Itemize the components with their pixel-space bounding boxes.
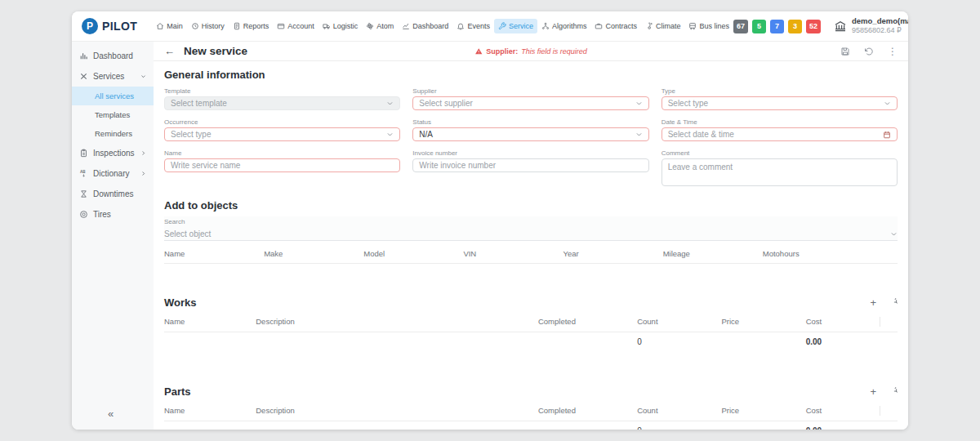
chevron-right-icon <box>140 169 146 178</box>
works-actions: + <box>870 297 898 308</box>
nav-item-history[interactable]: History <box>187 19 229 33</box>
badge-red[interactable]: 52 <box>806 20 821 33</box>
placeholder: Select type <box>668 99 708 108</box>
back-arrow-icon[interactable]: ← <box>164 46 175 56</box>
nav-label: Algorithms <box>552 22 587 30</box>
nav-label: Atom <box>376 22 394 30</box>
sidebar-collapse-button[interactable]: « <box>72 401 154 430</box>
card-icon <box>277 22 285 30</box>
nav-item-events[interactable]: Events <box>452 19 494 33</box>
field-label: Name <box>164 149 400 157</box>
parts-section-head: Parts + <box>164 385 898 398</box>
nav-item-logistic[interactable]: Logistic <box>318 19 363 33</box>
invoice-number-input[interactable]: Write invoice number <box>412 158 648 172</box>
sidebar-item-templates[interactable]: Templates <box>72 105 154 124</box>
section-title-general: General information <box>164 69 898 81</box>
bus-icon <box>688 22 697 30</box>
sidebar-label: Dictionary <box>93 169 129 178</box>
sidebar-item-services[interactable]: Services <box>72 66 154 87</box>
refresh-icon[interactable] <box>889 387 898 396</box>
parts-total-count: 0 <box>637 426 721 430</box>
clipboard-icon <box>79 149 88 158</box>
field-label: Invoice number <box>412 149 648 157</box>
nav-item-service[interactable]: Service <box>494 19 537 33</box>
occurrence-select[interactable]: Select type <box>164 127 400 141</box>
supplier-select[interactable]: Select supplier <box>412 96 648 110</box>
type-select[interactable]: Select type <box>662 96 898 110</box>
counter-badges: 67 5 7 3 52 <box>733 20 821 33</box>
dictionary-icon: AB <box>79 169 88 178</box>
home-icon <box>156 22 164 30</box>
column-header: Motohours <box>763 249 898 258</box>
nav-item-atom[interactable]: Atom <box>362 19 398 33</box>
object-search-select[interactable]: Select object <box>164 227 898 241</box>
datetime-picker[interactable]: Select date & time <box>662 127 898 141</box>
chevron-down-icon <box>140 72 146 81</box>
user-menu[interactable]: demo_demo(master) 95856802.64 ₽ <box>834 16 908 35</box>
sidebar-item-downtimes[interactable]: Downtimes <box>72 184 154 204</box>
sidebar-item-dashboard[interactable]: Dashboard <box>72 46 154 66</box>
placeholder: Select supplier <box>419 99 473 108</box>
sidebar: Dashboard Services All services Template… <box>72 42 154 430</box>
sidebar-item-dictionary[interactable]: AB Dictionary <box>72 163 154 184</box>
field-label: Status <box>412 118 648 126</box>
nav-label: Contracts <box>605 22 637 30</box>
refresh-icon[interactable] <box>889 298 898 307</box>
nav-item-contracts[interactable]: Contracts <box>590 19 641 33</box>
badge-blue[interactable]: 7 <box>770 20 784 33</box>
badge-yellow[interactable]: 3 <box>788 20 802 33</box>
comment-textarea[interactable]: Leave a comment <box>662 158 898 186</box>
placeholder: Write invoice number <box>419 161 496 170</box>
chevron-down-icon <box>635 100 643 107</box>
sidebar-item-reminders[interactable]: Reminders <box>72 124 154 143</box>
column-header: Cost <box>806 406 880 416</box>
sidebar-item-inspections[interactable]: Inspections <box>72 143 154 163</box>
nav-item-algorithms[interactable]: Algorithms <box>537 19 591 33</box>
field-datetime: Date & Time Select date & time <box>662 118 898 141</box>
save-icon[interactable] <box>840 47 850 56</box>
column-header: Count <box>637 317 721 327</box>
sidebar-label: Tires <box>93 210 111 219</box>
field-label: Date & Time <box>662 118 898 126</box>
more-menu-icon[interactable]: ⋮ <box>888 46 898 57</box>
nav-item-account[interactable]: Account <box>273 19 318 33</box>
column-header: Mileage <box>663 249 763 258</box>
sidebar-item-tires[interactable]: Tires <box>72 204 154 225</box>
column-header: Make <box>264 249 363 258</box>
placeholder: Select template <box>171 99 227 108</box>
warning-icon <box>474 47 483 56</box>
undo-icon[interactable] <box>864 47 874 56</box>
sidebar-spacer <box>72 225 154 401</box>
status-select[interactable]: N/A <box>412 127 648 141</box>
nav-item-main[interactable]: Main <box>152 19 187 33</box>
service-name-input[interactable]: Write service name <box>164 158 400 172</box>
file-icon <box>233 22 241 30</box>
sidebar-item-all-services[interactable]: All services <box>72 87 154 105</box>
badge-gray[interactable]: 67 <box>733 20 748 33</box>
nav-item-climate[interactable]: Climate <box>641 19 685 33</box>
nav-item-reports[interactable]: Reports <box>229 19 274 33</box>
section-title-parts: Parts <box>164 385 191 398</box>
add-part-button[interactable]: + <box>870 386 876 397</box>
section-title-objects: Add to objects <box>164 199 898 212</box>
sidebar-label: Services <box>93 72 124 81</box>
nav-item-dashboard[interactable]: Dashboard <box>398 19 452 33</box>
field-supplier: Supplier Select supplier <box>412 87 648 110</box>
column-header: Year <box>564 249 663 258</box>
column-header: Count <box>637 406 721 416</box>
pilot-logo[interactable]: P PILOT <box>82 18 137 34</box>
works-table-body-empty <box>164 351 898 376</box>
header-actions: ⋮ <box>840 46 898 57</box>
column-header: Model <box>363 249 463 258</box>
chevron-down-icon <box>386 131 394 138</box>
template-select[interactable]: Select template <box>164 96 400 110</box>
field-template: Template Select template <box>164 87 400 110</box>
field-label: Comment <box>662 149 898 157</box>
field-occurrence: Occurrence Select type <box>164 118 400 141</box>
app-window: P PILOT Main History Reports Account <box>72 11 908 430</box>
add-work-button[interactable]: + <box>870 297 876 308</box>
truck-icon <box>323 22 331 30</box>
badge-green[interactable]: 5 <box>752 20 766 33</box>
nav-label: Account <box>287 22 314 30</box>
nav-item-bus-lines[interactable]: Bus lines <box>684 19 733 33</box>
